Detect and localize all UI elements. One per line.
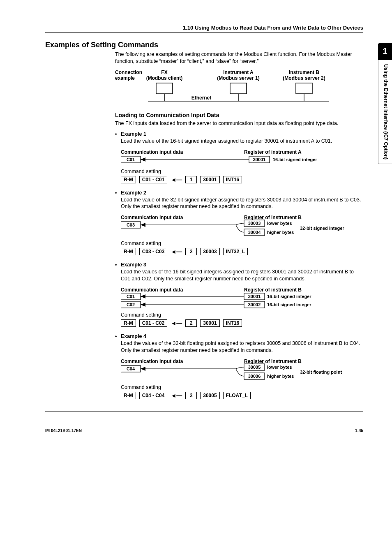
svg-text:Register of instrument B: Register of instrument B bbox=[244, 287, 302, 293]
ex1-cmd-row: R-M C01 - C01 ◄— 1 30001 INT16 bbox=[121, 176, 363, 183]
ex1-text: Load the value of the 16-bit signed inte… bbox=[121, 138, 363, 145]
svg-text:Ethernet: Ethernet bbox=[191, 95, 212, 101]
connection-diagram: Connection example FX (Modbus client) In… bbox=[115, 69, 363, 106]
arrow-left-icon: ◄— bbox=[171, 392, 182, 399]
page-title: Examples of Setting Commands bbox=[45, 41, 363, 49]
svg-text:C04: C04 bbox=[127, 366, 135, 371]
svg-text:30001: 30001 bbox=[253, 157, 266, 162]
svg-text:(Modbus client): (Modbus client) bbox=[146, 75, 183, 81]
svg-rect-10 bbox=[296, 83, 312, 94]
ex3-cmd-row: R-M C01 - C02 ◄— 2 30001 INT16 bbox=[121, 319, 363, 327]
svg-text:Register of instrument B: Register of instrument B bbox=[244, 215, 302, 220]
ex3-text: Load the values of the 16-bit signed int… bbox=[121, 268, 363, 282]
connection-svg: Connection example FX (Modbus client) In… bbox=[115, 69, 345, 106]
svg-text:lower bytes: lower bytes bbox=[267, 365, 292, 370]
section-header: 1.10 Using Modbus to Read Data From and … bbox=[45, 25, 363, 33]
example-2: •Example 2 Load the value of the 32-bit … bbox=[115, 190, 363, 256]
ex2-diagram: Communication input data C03 Register of… bbox=[121, 214, 351, 239]
svg-text:16-bit signed integer: 16-bit signed integer bbox=[267, 302, 311, 307]
ex1-cmd-label: Command setting bbox=[121, 169, 363, 174]
arrow-left-icon: ◄— bbox=[171, 248, 182, 255]
svg-text:lower bytes: lower bytes bbox=[267, 221, 292, 226]
svg-rect-8 bbox=[156, 83, 173, 94]
ex3-diagram: Communication input data C01 C02 Registe… bbox=[121, 287, 351, 310]
example-1: •Example 1 Load the value of the 16-bit … bbox=[115, 131, 363, 183]
ex4-label: Example 4 bbox=[121, 333, 146, 339]
chapter-number: 1 bbox=[378, 43, 392, 60]
ex4-cmd-label: Command setting bbox=[121, 384, 363, 390]
svg-text:higher bytes: higher bytes bbox=[267, 230, 294, 235]
svg-marker-46 bbox=[141, 303, 145, 307]
svg-text:example: example bbox=[115, 75, 135, 81]
arrow-left-icon: ◄— bbox=[171, 320, 182, 326]
svg-text:Communication input data: Communication input data bbox=[121, 149, 183, 155]
svg-rect-9 bbox=[230, 83, 247, 94]
svg-text:C02: C02 bbox=[127, 302, 135, 307]
footer-right: 1-45 bbox=[355, 428, 363, 433]
svg-text:16-bit signed integer: 16-bit signed integer bbox=[273, 157, 317, 162]
ex3-cmd-label: Command setting bbox=[121, 312, 363, 318]
svg-text:16-bit signed integer: 16-bit signed integer bbox=[267, 294, 311, 299]
svg-text:C03: C03 bbox=[127, 222, 135, 227]
svg-text:32-bit signed integer: 32-bit signed integer bbox=[300, 226, 344, 231]
side-tab: 1 Using the Ethernet Interface (/C7 Opti… bbox=[378, 43, 392, 164]
chapter-title-vertical: Using the Ethernet Interface (/C7 Option… bbox=[378, 60, 392, 164]
svg-marker-20 bbox=[141, 157, 145, 162]
ex2-label: Example 2 bbox=[121, 190, 146, 196]
ex1-label: Example 1 bbox=[121, 131, 146, 137]
svg-text:Communication input data: Communication input data bbox=[121, 358, 183, 364]
intro-text: The following are examples of setting co… bbox=[115, 51, 363, 65]
svg-text:(Modbus server 2): (Modbus server 2) bbox=[283, 75, 325, 81]
arrow-left-icon: ◄— bbox=[171, 176, 182, 183]
svg-text:higher bytes: higher bytes bbox=[267, 374, 294, 379]
ex3-label: Example 3 bbox=[121, 262, 146, 268]
ex2-cmd-row: R-M C03 - C03 ◄— 2 30003 INT32_L bbox=[121, 248, 363, 255]
svg-text:30006: 30006 bbox=[248, 374, 261, 379]
ex4-text: Load the values of the 32-bit floating p… bbox=[121, 340, 363, 354]
ex2-text: Load the value of the 32-bit signed inte… bbox=[121, 197, 363, 210]
svg-text:Communication input data: Communication input data bbox=[121, 287, 183, 293]
svg-text:Instrument A: Instrument A bbox=[223, 69, 254, 75]
ex2-cmd-label: Command setting bbox=[121, 240, 363, 246]
svg-text:30004: 30004 bbox=[248, 230, 261, 235]
svg-text:Register of instrument A: Register of instrument A bbox=[244, 149, 302, 155]
example-4: •Example 4 Load the values of the 32-bit… bbox=[115, 333, 363, 399]
svg-text:32-bit floating point: 32-bit floating point bbox=[300, 370, 342, 375]
svg-text:30003: 30003 bbox=[248, 221, 261, 226]
svg-text:Communication input data: Communication input data bbox=[121, 215, 183, 220]
svg-text:C01: C01 bbox=[127, 294, 135, 299]
ex1-diagram: Communication input data C01 Register of… bbox=[121, 149, 351, 167]
svg-text:30002: 30002 bbox=[248, 302, 261, 307]
svg-text:30001: 30001 bbox=[248, 294, 261, 299]
svg-text:(Modbus server 1): (Modbus server 1) bbox=[217, 75, 259, 81]
svg-text:Connection: Connection bbox=[115, 69, 142, 75]
svg-text:FX: FX bbox=[161, 69, 167, 75]
svg-text:Instrument B: Instrument B bbox=[289, 69, 319, 75]
ex4-cmd-row: R-M C04 - C04 ◄— 2 30005 FLOAT_L bbox=[121, 392, 363, 399]
svg-text:C01: C01 bbox=[127, 157, 135, 162]
ex4-diagram: Communication input data C04 Register of… bbox=[121, 358, 351, 383]
svg-marker-58 bbox=[141, 367, 145, 371]
loading-text: The FX inputs data loaded from the serve… bbox=[115, 120, 363, 127]
svg-marker-29 bbox=[141, 223, 145, 227]
footer-left: IM 04L21B01-17EN bbox=[45, 428, 82, 433]
example-3: •Example 3 Load the values of the 16-bit… bbox=[115, 262, 363, 327]
svg-text:Register of instrument B: Register of instrument B bbox=[244, 358, 302, 364]
loading-heading: Loading to Communication Input Data bbox=[115, 112, 363, 118]
svg-text:30005: 30005 bbox=[248, 365, 261, 370]
svg-marker-42 bbox=[141, 294, 145, 298]
